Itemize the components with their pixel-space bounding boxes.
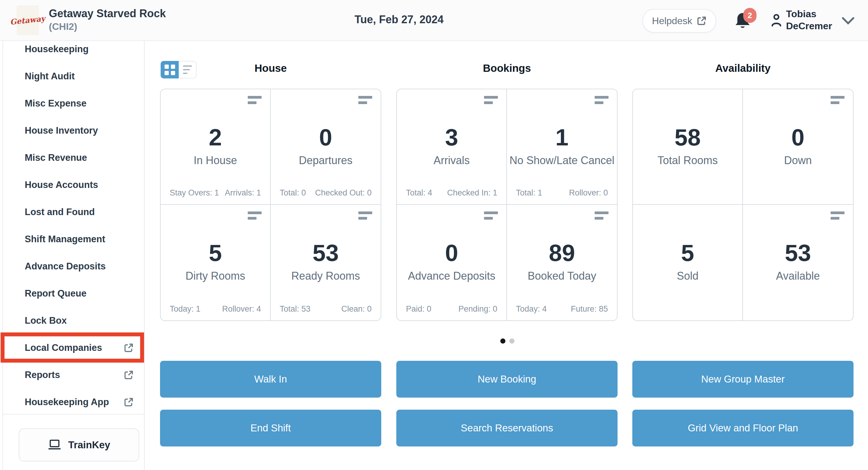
sidebar-item-label: Housekeeping [25,44,89,55]
house-card-grid: 2 In House Stay Overs: 1 Arrivals: 1 0 D… [160,89,381,321]
property-code: (CHI2) [49,21,166,33]
carousel-dot[interactable] [509,339,515,344]
card-stat: Today: 1 [170,304,200,314]
walk-in-button[interactable]: Walk In [160,361,381,398]
card-menu-icon[interactable] [358,96,372,104]
card-label: Total Rooms [633,154,742,167]
card-value: 5 [633,240,742,266]
grid-view-floor-plan-button[interactable]: Grid View and Floor Plan [632,410,854,446]
list-view-button[interactable] [179,61,196,79]
top-header: Getaway Getaway Starved Rock (CHI2) Tue,… [0,0,868,41]
chevron-down-icon[interactable] [841,17,855,25]
card-menu-icon[interactable] [595,96,609,104]
card-label: Sold [633,269,742,283]
user-last-name: DeCremer [786,20,832,32]
sidebar-item-label: Reports [25,370,60,380]
card-stat: Stay Overs: 1 [170,188,219,198]
card-menu-icon[interactable] [248,211,261,219]
card-stat: Total: 4 [406,188,432,198]
sidebar-item-label: Lock Box [25,315,67,326]
new-group-master-button[interactable]: New Group Master [632,361,854,398]
sidebar-item-label: Advance Deposits [25,261,106,272]
sidebar-item-reports[interactable]: Reports [3,361,144,388]
sidebar-item-label: Housekeeping App [25,397,109,408]
card-stat: Clean: 0 [341,304,372,314]
card-menu-icon[interactable] [831,96,844,104]
card-stat: Paid: 0 [406,304,431,314]
search-reservations-button[interactable]: Search Reservations [396,410,618,446]
notification-count-badge: 2 [743,8,756,23]
card-stats: Today: 4 Future: 85 [516,304,608,314]
card-value: 3 [397,124,506,150]
notification-count: 2 [748,11,752,20]
sidebar-item-night-audit[interactable]: Night Audit [3,63,144,90]
card-advance-deposits: 0 Advance Deposits Paid: 0 Pending: 0 [397,205,507,320]
carousel-dot-active[interactable] [500,339,505,344]
user-first-name: Tobias [786,8,832,20]
sidebar-item-lost-and-found[interactable]: Lost and Found [3,199,144,226]
helpdesk-button[interactable]: Helpdesk [643,9,716,33]
card-label: Departures [271,154,381,167]
card-stats: Paid: 0 Pending: 0 [406,304,497,314]
card-menu-icon[interactable] [358,211,372,219]
card-stat: Rollover: 0 [569,188,608,198]
card-label: Ready Rooms [271,269,381,283]
external-link-icon [696,16,707,26]
card-total-rooms: 58 Total Rooms [633,89,743,205]
sidebar-item-advance-deposits[interactable]: Advance Deposits [3,253,144,280]
card-label: Available [743,269,853,283]
section-title-availability: Availability [632,62,854,74]
trainkey-label: TrainKey [68,439,110,451]
card-stat: Total: 0 [280,188,306,198]
card-menu-icon[interactable] [248,96,261,104]
helpdesk-label: Helpdesk [652,16,692,27]
view-toggle [161,61,196,79]
new-booking-button[interactable]: New Booking [396,361,618,398]
card-stat: Arrivals: 1 [225,188,261,198]
card-menu-icon[interactable] [831,211,844,219]
sidebar-item-label: Report Queue [25,288,87,299]
card-value: 89 [507,240,617,266]
card-menu-icon[interactable] [595,211,609,219]
sidebar-item-house-inventory[interactable]: House Inventory [3,117,144,144]
card-stats: Total: 53 Clean: 0 [280,304,372,314]
sidebar-item-lock-box[interactable]: Lock Box [3,307,144,334]
card-in-house: 2 In House Stay Overs: 1 Arrivals: 1 [161,89,271,205]
card-label: Dirty Rooms [161,269,270,283]
sidebar-item-misc-revenue[interactable]: Misc Revenue [3,144,144,171]
external-link-icon [124,343,134,353]
card-menu-icon[interactable] [484,211,498,219]
sidebar-item-report-queue[interactable]: Report Queue [3,280,144,307]
card-menu-icon[interactable] [484,96,498,104]
user-menu[interactable]: Tobias DeCremer [786,8,832,32]
sidebar-item-label: House Inventory [25,125,98,136]
external-link-icon [124,397,134,407]
sidebar-item-label: Misc Revenue [25,152,87,163]
end-shift-button[interactable]: End Shift [160,410,381,446]
sidebar-item-misc-expense[interactable]: Misc Expense [3,90,144,117]
card-departures: 0 Departures Total: 0 Checked Out: 0 [271,89,381,205]
trainkey-button[interactable]: TrainKey [19,429,139,462]
card-label: Down [743,154,853,167]
card-stat: Today: 4 [516,304,547,314]
sidebar-item-local-companies[interactable]: Local Companies [3,334,144,361]
card-stats: Total: 1 Rollover: 0 [516,188,608,198]
card-label: Arrivals [397,154,506,167]
sidebar-item-label: Local Companies [25,343,102,353]
sidebar-item-housekeeping-app[interactable]: Housekeeping App [3,388,144,416]
sidebar-nav: Housekeeping Night Audit Misc Expense Ho… [2,40,145,470]
list-view-icon [183,63,192,76]
card-value: 2 [161,124,270,150]
sidebar-item-house-accounts[interactable]: House Accounts [3,171,144,199]
card-booked-today: 89 Booked Today Today: 4 Future: 85 [507,205,617,320]
property-title: Getaway Starved Rock (CHI2) [49,7,166,33]
grid-view-button[interactable] [161,61,179,79]
card-stat: Rollover: 4 [222,304,261,314]
brand-logo[interactable]: Getaway [17,5,39,35]
sidebar-item-shift-management[interactable]: Shift Management [3,226,144,253]
card-stat: Checked In: 1 [447,188,497,198]
section-title-bookings: Bookings [396,62,618,74]
availability-card-grid: 58 Total Rooms 0 Down 5 Sold 53 Availabl… [632,89,854,321]
card-value: 0 [271,124,381,150]
card-label: In House [161,154,270,167]
